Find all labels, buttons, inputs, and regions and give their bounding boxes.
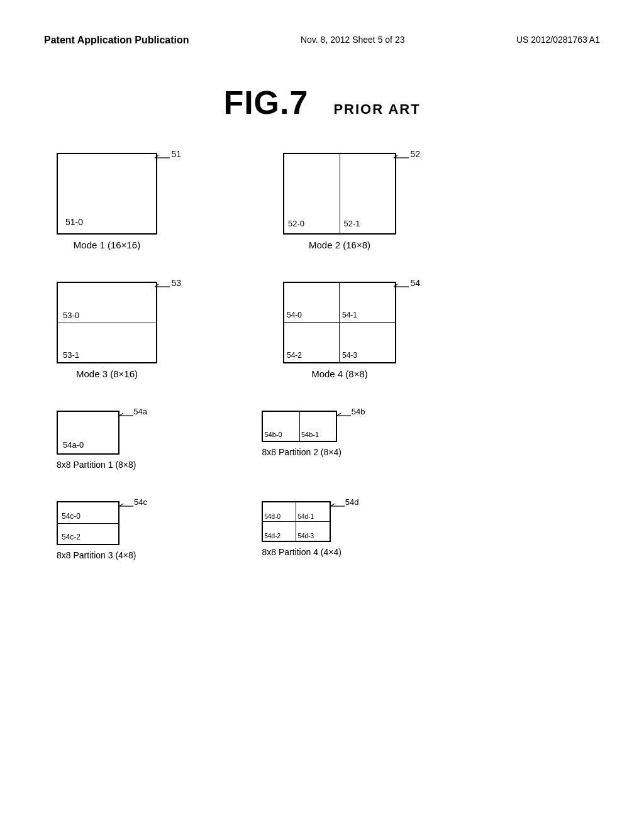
mode2-box: 52-0 52-1	[283, 153, 396, 235]
mode3-cell1: 53-1	[63, 350, 79, 360]
mode1-arrow	[155, 154, 175, 162]
header-date-sheet: Nov. 8, 2012 Sheet 5 of 23	[301, 35, 405, 45]
mode2-block: 52-0 52-1 52 Mode 2 (16×8)	[283, 153, 396, 250]
part3-block: 54c-0 54c-2 54c 8x8 Partition 3 (4×8)	[57, 501, 136, 560]
mode3-box: 53-0 53-1	[57, 282, 157, 363]
page: Patent Application Publication Nov. 8, 2…	[0, 0, 644, 830]
part3-row0: 54c-0	[58, 502, 118, 524]
part1-container: 54a-0 54a	[57, 411, 119, 455]
figure-title: FIG.7	[223, 84, 308, 121]
header-patent-number: US 2012/0281763 A1	[516, 35, 600, 45]
part1-label: 8x8 Partition 1 (8×8)	[57, 460, 136, 470]
header: Patent Application Publication Nov. 8, 2…	[0, 0, 644, 58]
part4-cell1: 54d-1	[296, 502, 330, 522]
mode3-label: Mode 3 (8×16)	[57, 368, 157, 379]
part4-cell0: 54d-0	[263, 502, 296, 522]
mode3-cell0: 53-0	[63, 311, 79, 320]
mode2-label: Mode 2 (16×8)	[283, 240, 396, 250]
part4-container: 54d-0 54d-1 54d-2 54d-3 54d	[262, 501, 331, 542]
mode1-box: 51-0	[57, 153, 157, 235]
mode4-cell2: 54-2	[284, 323, 340, 362]
prior-art-label: PRIOR ART	[333, 101, 420, 118]
svg-line-3	[394, 155, 397, 158]
part1-block: 54a-0 54a 8x8 Partition 1 (8×8)	[57, 411, 136, 470]
mode3-block: 53-0 53-1 53 Mode 3 (8×16)	[57, 282, 157, 379]
part4-label: 8x8 Partition 4 (4×4)	[262, 547, 341, 557]
figure-title-area: FIG.7 PRIOR ART	[0, 84, 644, 121]
part1-box: 54a-0	[57, 411, 119, 455]
part2-block: 54b-0 54b-1 54b 8x8 Partition 2 (8×4)	[262, 411, 341, 457]
part2-label: 8x8 Partition 2 (8×4)	[262, 447, 341, 457]
part2-container: 54b-0 54b-1 54b	[262, 411, 337, 442]
mode2-col1: 52-1	[340, 154, 396, 233]
mode1-block: 51-0 51 Mode 1 (16×16)	[57, 153, 157, 250]
mode2-cell1: 52-1	[344, 219, 360, 228]
mode2-col0: 52-0	[284, 154, 340, 233]
mode4-container: 54-0 54-1 54-2 54-3 54	[283, 282, 396, 363]
row-modes-3-4: 53-0 53-1 53 Mode 3 (8×16)	[38, 282, 606, 379]
row-partitions-3-4: 54c-0 54c-2 54c 8x8 Partition 3 (4×8)	[38, 501, 606, 560]
part4-cell3: 54d-3	[296, 522, 330, 541]
mode1-cell-label: 51-0	[65, 217, 83, 227]
header-publication-label: Patent Application Publication	[44, 35, 189, 46]
mode2-arrow	[394, 154, 414, 162]
part3-row1: 54c-2	[58, 524, 118, 545]
svg-line-5	[155, 284, 158, 287]
mode2-container: 52-0 52-1 52	[283, 153, 396, 235]
mode3-row0: 53-0	[58, 283, 156, 323]
part2-col0: 54b-0	[263, 412, 300, 441]
mode3-arrow	[155, 283, 175, 290]
content-area: 51-0 51 Mode 1 (16×16) 52-0	[0, 153, 644, 560]
part1-cell: 54a-0	[63, 440, 84, 450]
mode4-block: 54-0 54-1 54-2 54-3 54	[283, 282, 396, 379]
part3-container: 54c-0 54c-2 54c	[57, 501, 119, 545]
mode4-cell0: 54-0	[284, 283, 340, 323]
part3-box: 54c-0 54c-2	[57, 501, 119, 545]
part3-label: 8x8 Partition 3 (4×8)	[57, 550, 136, 560]
svg-line-7	[394, 284, 397, 287]
part4-box: 54d-0 54d-1 54d-2 54d-3	[262, 501, 331, 542]
part2-arrow	[337, 412, 356, 419]
part4-arrow	[331, 502, 350, 510]
mode4-arrow	[394, 283, 414, 290]
row-partitions-1-2: 54a-0 54a 8x8 Partition 1 (8×8) 54b-0	[38, 411, 606, 470]
part4-block: 54d-0 54d-1 54d-2 54d-3 54d	[262, 501, 341, 557]
part1-arrow	[119, 412, 138, 419]
mode4-cell1: 54-1	[340, 283, 395, 323]
part4-cell2: 54d-2	[263, 522, 296, 541]
mode1-container: 51-0 51	[57, 153, 157, 235]
row-modes-1-2: 51-0 51 Mode 1 (16×16) 52-0	[38, 153, 606, 250]
mode4-box: 54-0 54-1 54-2 54-3	[283, 282, 396, 363]
part2-box: 54b-0 54b-1	[262, 411, 337, 442]
mode1-label: Mode 1 (16×16)	[57, 240, 157, 250]
mode3-row1: 53-1	[58, 323, 156, 363]
mode4-cell3: 54-3	[340, 323, 395, 362]
mode3-container: 53-0 53-1 53	[57, 282, 157, 363]
mode4-label: Mode 4 (8×8)	[283, 368, 396, 379]
svg-line-1	[155, 155, 158, 158]
part2-col1: 54b-1	[300, 412, 336, 441]
mode2-cell0: 52-0	[288, 219, 304, 228]
part3-arrow	[119, 502, 138, 510]
